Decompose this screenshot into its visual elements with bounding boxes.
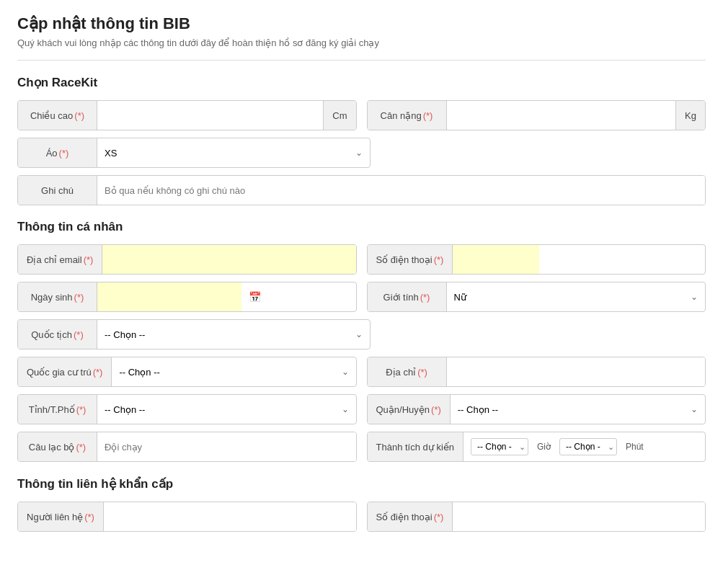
input-ngaysinh[interactable] [97,282,241,311]
unit-cannang: Kg [675,101,705,130]
wrap-gio: -- Chọn - 0 1 2 3 4 5 6 ⌄ [468,438,531,455]
input-cannang[interactable] [447,101,676,130]
select-quoctich[interactable]: -- Chọn -- Việt Nam Mỹ [97,320,370,349]
section-racekit-title: Chọn RaceKit [17,75,706,90]
section-khancap-title: Thông tin liên hệ khẩn cấp [17,476,706,491]
label-gio-unit: Giờ [534,442,554,452]
field-quan: Quận/Huyện(*) -- Chọn -- ⌄ [367,394,706,424]
label-ghichu: Ghi chú [18,176,97,205]
field-diachi: Địa chỉ(*) [367,357,706,387]
page-title: Cập nhật thông tin BIB [17,14,706,33]
field-ghichu: Ghi chú [17,175,706,205]
label-quoctich: Quốc tịch(*) [18,320,97,349]
field-ngaysinh: Ngày sinh(*) 📅 [17,282,357,312]
field-sdt-khancap: Số điện thoại(*) [367,502,706,532]
row-chieucao-cannang: Chiều cao(*) Cm Cân nặng(*) Kg [17,100,706,130]
select-wrapper-gioitinh: Nữ Nam Khác ⌄ [447,282,706,311]
row-clb-thanhtich: Câu lạc bộ(*) Thành tích dự kiến -- Chọn… [17,432,706,462]
calendar-icon[interactable]: 📅 [241,291,268,303]
label-email: Địa chỉ email(*) [18,245,102,274]
field-nguoilienhe: Người liên hệ(*) [17,502,357,532]
section-canhan-title: Thông tin cá nhân [17,220,706,234]
field-chieucao: Chiều cao(*) Cm [17,100,357,130]
label-diachi: Địa chỉ(*) [368,357,447,386]
field-thanhtich: Thành tích dự kiến -- Chọn - 0 1 2 3 4 5… [367,432,706,462]
field-gioitinh: Giới tính(*) Nữ Nam Khác ⌄ [367,282,706,312]
row-ao: Áo(*) XS S M L XL XXL ⌄ [17,138,706,168]
select-wrapper-quocgia: -- Chọn -- Việt Nam ⌄ [112,357,355,386]
field-sdt: Số điện thoại(*) [367,244,706,275]
label-ngaysinh: Ngày sinh(*) [18,282,97,311]
select-tinh[interactable]: -- Chọn -- [97,395,356,424]
row-quoctich: Quốc tịch(*) -- Chọn -- Việt Nam Mỹ ⌄ [17,319,706,349]
field-ao: Áo(*) XS S M L XL XXL ⌄ [17,138,371,168]
select-wrapper-quan: -- Chọn -- ⌄ [451,395,705,424]
input-sdt[interactable] [453,245,539,274]
label-nguoilienhe: Người liên hệ(*) [18,502,104,531]
row-ngaysinh-gioitinh: Ngày sinh(*) 📅 Giới tính(*) Nữ Nam Khác … [17,282,706,312]
unit-chieucao: Cm [323,101,355,130]
input-email[interactable] [102,245,355,274]
label-thanhtich: Thành tích dự kiến [368,432,464,461]
field-quoctich: Quốc tịch(*) -- Chọn -- Việt Nam Mỹ ⌄ [17,319,371,349]
field-quocgia: Quốc gia cư trú(*) -- Chọn -- Việt Nam ⌄ [17,357,357,387]
row-quocgia-diachi: Quốc gia cư trú(*) -- Chọn -- Việt Nam ⌄… [17,357,706,387]
label-tinh: Tỉnh/T.Phố(*) [18,395,97,424]
select-quan[interactable]: -- Chọn -- [451,395,705,424]
label-sdt-khancap: Số điện thoại(*) [368,502,453,531]
label-ao: Áo(*) [18,138,97,167]
row-nguoilienhe-sdt: Người liên hệ(*) Số điện thoại(*) [17,502,706,532]
input-diachi[interactable] [447,357,706,386]
divider [17,60,706,61]
select-wrapper-ao: XS S M L XL XXL ⌄ [97,138,370,167]
select-ao[interactable]: XS S M L XL XXL [97,138,370,167]
label-phut-unit: Phút [623,442,647,452]
select-wrapper-tinh: -- Chọn -- ⌄ [97,395,356,424]
label-gioitinh: Giới tính(*) [368,282,447,311]
select-gioitinh[interactable]: Nữ Nam Khác [447,282,706,311]
row-email-sdt: Địa chỉ email(*) Số điện thoại(*) [17,244,706,275]
select-quocgia[interactable]: -- Chọn -- Việt Nam [112,357,355,386]
field-tinh: Tỉnh/T.Phố(*) -- Chọn -- ⌄ [17,394,357,424]
input-sdt-khancap[interactable] [453,502,705,531]
select-wrapper-quoctich: -- Chọn -- Việt Nam Mỹ ⌄ [97,320,370,349]
label-quocgia: Quốc gia cư trú(*) [18,357,112,386]
row-ghichu: Ghi chú [17,175,706,205]
input-ghichu[interactable] [97,176,705,205]
input-clb[interactable] [97,432,356,461]
select-phut[interactable]: -- Chọn - 00 05 10 15 20 25 30 35 40 45 … [559,438,617,455]
row-tinh-quan: Tỉnh/T.Phố(*) -- Chọn -- ⌄ Quận/Huyện(*)… [17,394,706,424]
wrap-phut: -- Chọn - 00 05 10 15 20 25 30 35 40 45 … [556,438,620,455]
field-email: Địa chỉ email(*) [17,244,357,275]
label-sdt: Số điện thoại(*) [368,245,453,274]
label-cannang: Cân nặng(*) [368,101,447,130]
input-chieucao[interactable] [97,101,323,130]
field-cannang: Cân nặng(*) Kg [367,100,706,130]
field-clb: Câu lạc bộ(*) [17,432,357,462]
input-nguoilienhe[interactable] [104,502,356,531]
thanhtich-selects: -- Chọn - 0 1 2 3 4 5 6 ⌄ Giờ -- Chọn - … [463,438,705,455]
select-gio[interactable]: -- Chọn - 0 1 2 3 4 5 6 [471,438,528,455]
label-clb: Câu lạc bộ(*) [18,432,97,461]
page-subtitle: Quý khách vui lòng nhập các thông tin dư… [17,37,706,48]
label-chieucao: Chiều cao(*) [18,101,97,130]
label-quan: Quận/Huyện(*) [368,395,451,424]
